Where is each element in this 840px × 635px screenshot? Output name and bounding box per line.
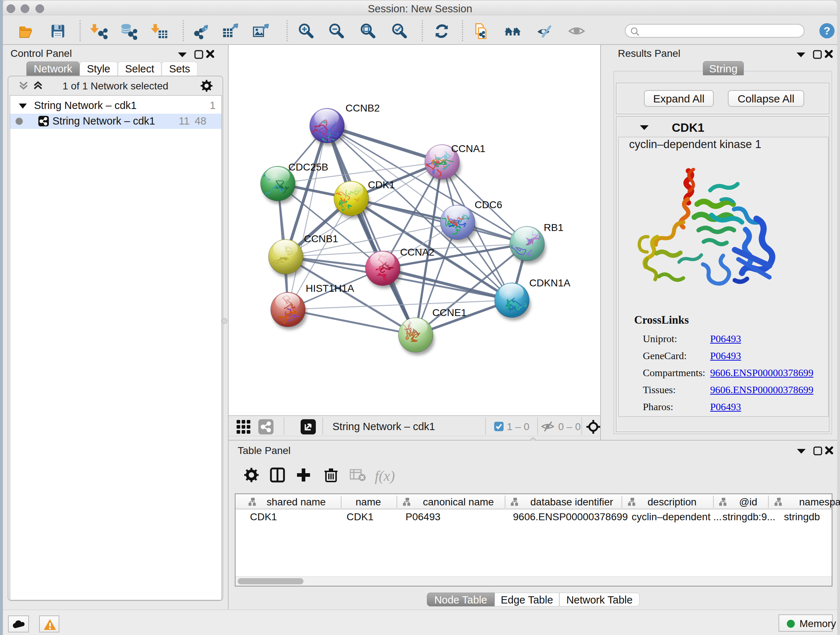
svg-text:CDK1: CDK1 (368, 179, 395, 190)
svg-text:CCNE1: CCNE1 (432, 307, 467, 318)
svg-text:CCNA2: CCNA2 (400, 247, 434, 258)
svg-text:RB1: RB1 (544, 222, 563, 233)
svg-text:CDC6: CDC6 (475, 199, 502, 211)
svg-text:?: ? (824, 25, 830, 36)
svg-text:CDKN1A: CDKN1A (529, 277, 570, 288)
svg-text:HIST1H1A: HIST1H1A (306, 283, 354, 294)
svg-text:CCNA1: CCNA1 (451, 143, 485, 154)
svg-text:CCNB2: CCNB2 (346, 103, 380, 114)
svg-text:CDC25B: CDC25B (288, 162, 328, 173)
svg-text:CCNB1: CCNB1 (304, 233, 338, 244)
